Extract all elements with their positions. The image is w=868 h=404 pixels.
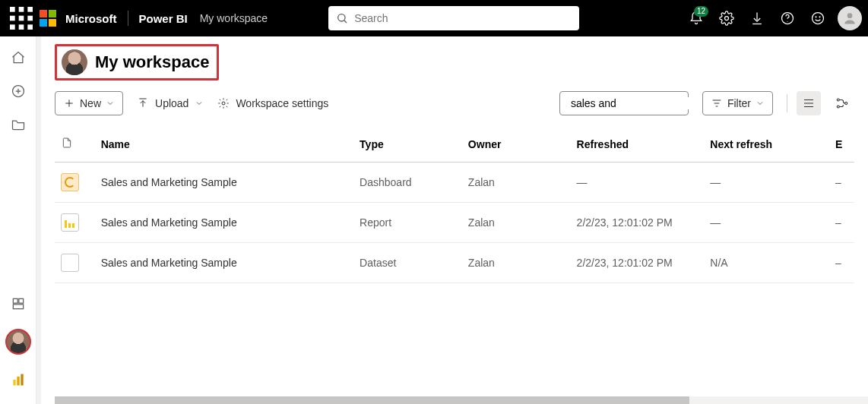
item-type: Dashboard bbox=[353, 163, 462, 203]
svg-line-10 bbox=[344, 21, 347, 23]
home-icon bbox=[11, 50, 26, 65]
rail-my-workspace[interactable] bbox=[3, 327, 33, 357]
svg-rect-20 bbox=[18, 298, 23, 303]
plus-circle-icon bbox=[11, 84, 26, 99]
notification-badge: 12 bbox=[694, 6, 708, 17]
report-icon bbox=[61, 213, 79, 232]
item-name[interactable]: Sales and Marketing Sample bbox=[95, 243, 353, 283]
item-extra: – bbox=[829, 163, 854, 203]
table-row[interactable]: Sales and Marketing Sample Dashboard Zal… bbox=[55, 163, 854, 203]
command-bar: New Upload Workspace settings Filter bbox=[41, 85, 868, 126]
svg-point-17 bbox=[847, 13, 853, 18]
col-extra[interactable]: E bbox=[829, 126, 854, 163]
download-icon bbox=[749, 11, 765, 26]
upload-button[interactable]: Upload bbox=[137, 97, 204, 109]
brand-separator bbox=[128, 11, 128, 26]
svg-rect-6 bbox=[10, 24, 15, 30]
left-nav-rail bbox=[0, 36, 36, 404]
list-icon bbox=[802, 96, 816, 110]
svg-rect-24 bbox=[21, 374, 23, 386]
svg-point-29 bbox=[837, 106, 839, 108]
list-view-button[interactable] bbox=[797, 91, 821, 115]
svg-rect-7 bbox=[19, 24, 24, 30]
svg-point-30 bbox=[845, 103, 847, 105]
microsoft-logo-icon bbox=[40, 10, 56, 27]
plus-icon bbox=[63, 97, 75, 109]
item-type: Dataset bbox=[353, 243, 462, 283]
rail-create[interactable] bbox=[3, 76, 33, 106]
settings-button[interactable] bbox=[711, 0, 742, 36]
search-icon bbox=[336, 12, 348, 24]
col-owner[interactable]: Owner bbox=[462, 126, 571, 163]
horizontal-scrollbar[interactable] bbox=[55, 396, 868, 404]
notifications-button[interactable]: 12 bbox=[681, 0, 711, 36]
item-extra: – bbox=[829, 243, 854, 283]
smiley-icon bbox=[810, 11, 825, 26]
filter-label: Filter bbox=[727, 97, 751, 109]
item-name[interactable]: Sales and Marketing Sample bbox=[95, 163, 353, 203]
item-owner: Zalan bbox=[462, 243, 571, 283]
table-row[interactable]: Sales and Marketing Sample Report Zalan … bbox=[55, 203, 854, 243]
filter-button[interactable]: Filter bbox=[702, 91, 773, 115]
new-button[interactable]: New bbox=[55, 91, 123, 115]
item-extra: – bbox=[829, 203, 854, 243]
feedback-button[interactable] bbox=[803, 0, 833, 36]
brand: Microsoft Power BI My workspace bbox=[40, 10, 268, 27]
global-search-input[interactable] bbox=[354, 12, 572, 24]
rail-powerbi[interactable] bbox=[3, 365, 33, 395]
rail-browse[interactable] bbox=[3, 109, 33, 140]
account-button[interactable] bbox=[838, 6, 862, 30]
scrollbar-thumb[interactable] bbox=[55, 396, 689, 404]
item-name[interactable]: Sales and Marketing Sample bbox=[95, 203, 353, 243]
page-title: My workspace bbox=[95, 52, 209, 72]
item-next-refresh: N/A bbox=[704, 243, 829, 283]
app-launcher-button[interactable] bbox=[6, 0, 36, 36]
workspace-title-box: My workspace bbox=[55, 44, 219, 80]
item-next-refresh: — bbox=[704, 203, 829, 243]
item-owner: Zalan bbox=[462, 203, 571, 243]
folder-icon bbox=[11, 117, 26, 132]
svg-rect-22 bbox=[13, 380, 15, 386]
svg-rect-0 bbox=[10, 7, 15, 12]
svg-rect-23 bbox=[17, 377, 19, 386]
svg-rect-21 bbox=[13, 305, 23, 309]
global-search[interactable] bbox=[328, 6, 579, 30]
workspace-settings-button[interactable]: Workspace settings bbox=[217, 97, 328, 109]
workspace-avatar-icon bbox=[5, 329, 31, 355]
svg-rect-8 bbox=[27, 24, 33, 30]
list-search[interactable] bbox=[559, 91, 689, 115]
svg-point-25 bbox=[222, 102, 225, 105]
chevron-down-icon bbox=[756, 99, 765, 108]
col-type[interactable]: Type bbox=[353, 126, 462, 163]
brand-company: Microsoft bbox=[65, 12, 117, 25]
separator bbox=[787, 94, 787, 112]
col-refreshed[interactable]: Refreshed bbox=[571, 126, 705, 163]
topbar: Microsoft Power BI My workspace 12 bbox=[0, 0, 868, 36]
svg-point-15 bbox=[816, 17, 816, 17]
col-name[interactable]: Name bbox=[95, 126, 353, 163]
gear-icon bbox=[719, 11, 734, 26]
rail-workspaces[interactable] bbox=[3, 289, 33, 319]
item-owner: Zalan bbox=[462, 163, 571, 203]
svg-point-14 bbox=[813, 13, 824, 24]
table-row[interactable]: Sales and Marketing Sample Dataset Zalan… bbox=[55, 243, 854, 283]
filter-icon bbox=[711, 97, 723, 109]
powerbi-icon bbox=[11, 372, 26, 387]
svg-rect-2 bbox=[27, 7, 33, 12]
download-button[interactable] bbox=[742, 0, 772, 36]
waffle-icon bbox=[6, 3, 36, 33]
workspace-settings-label: Workspace settings bbox=[236, 97, 328, 109]
item-refreshed: 2/2/23, 12:01:02 PM bbox=[571, 243, 705, 283]
rail-home[interactable] bbox=[3, 43, 33, 73]
upload-label: Upload bbox=[155, 97, 188, 109]
new-button-label: New bbox=[80, 97, 101, 109]
dashboard-icon bbox=[61, 173, 79, 191]
lineage-view-button[interactable] bbox=[830, 91, 854, 115]
list-search-input[interactable] bbox=[571, 97, 704, 109]
file-icon bbox=[61, 137, 73, 149]
item-refreshed: — bbox=[571, 163, 705, 203]
chevron-down-icon bbox=[195, 99, 204, 108]
col-next-refresh[interactable]: Next refresh bbox=[704, 126, 829, 163]
help-button[interactable] bbox=[772, 0, 803, 36]
breadcrumb[interactable]: My workspace bbox=[200, 12, 268, 24]
